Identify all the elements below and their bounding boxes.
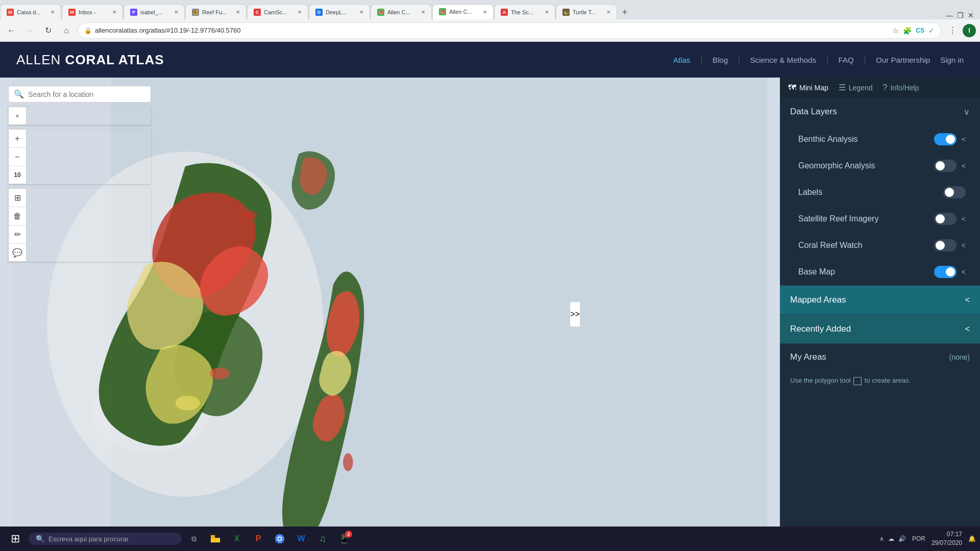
collapse-button[interactable]: «	[8, 107, 27, 125]
extension-check-icon[interactable]: ✓	[928, 27, 935, 35]
recently-added-header[interactable]: Recently Added <	[780, 315, 980, 343]
maximize-button[interactable]: ❐	[957, 11, 964, 19]
zoom-in-button[interactable]: +	[8, 129, 27, 147]
search-input[interactable]	[28, 90, 145, 98]
taskbar-word[interactable]: W	[291, 529, 311, 549]
benthic-label: Benthic Analysis	[798, 135, 934, 144]
geomorphic-expand-icon[interactable]: <	[962, 162, 966, 170]
grid-tool-button[interactable]: ⊞	[8, 188, 27, 207]
zoom-level-display: 10	[8, 166, 27, 184]
tab-turtle[interactable]: 🐢 Turtle T... ✕	[556, 4, 617, 19]
taskbar-search[interactable]: 🔍 Escreva aqui para procurar	[29, 533, 182, 545]
tab-proton[interactable]: P isabel_... ✕	[124, 4, 185, 19]
collapse-tool-group: «	[8, 107, 151, 125]
taskbar-spotify[interactable]: ♫	[312, 529, 333, 549]
tab-allen1[interactable]: 🐙 Allen C... ✕	[371, 4, 432, 19]
tab-deepl[interactable]: D DeepL... ✕	[309, 4, 370, 19]
taskbar-task-view[interactable]: ⧉	[184, 529, 204, 549]
mapped-areas-chevron: <	[965, 295, 970, 305]
profile-avatar[interactable]: I	[963, 24, 976, 37]
menu-button[interactable]: ⋮	[945, 23, 960, 38]
close-icon[interactable]: ✕	[51, 9, 55, 15]
clock[interactable]: 07:17 29/07/2020	[932, 530, 962, 547]
taskbar: ⊞ 🔍 Escreva aqui para procurar ⧉ X P W ♫…	[0, 527, 980, 551]
tab-gmail2[interactable]: M Inbox - ✕	[62, 4, 123, 19]
refresh-button[interactable]: ↻	[41, 23, 55, 38]
benthic-toggle[interactable]	[934, 133, 957, 145]
taskbar-chrome[interactable]	[270, 529, 290, 549]
geomorphic-toggle[interactable]	[934, 160, 957, 172]
mini-map-tab[interactable]: 🗺 Mini Map	[788, 83, 828, 92]
extensions-icon[interactable]: 🧩	[903, 27, 912, 35]
basemap-expand-icon[interactable]: <	[962, 268, 966, 276]
tab-sci[interactable]: A The Sc... ✕	[494, 4, 555, 19]
tab-reeffu[interactable]: 🐠 Reef Fu... ✕	[185, 4, 247, 19]
mapped-areas-header[interactable]: Mapped Areas <	[780, 286, 980, 314]
close-icon[interactable]: ✕	[359, 9, 363, 15]
close-icon[interactable]: ✕	[483, 9, 487, 15]
map-container[interactable]: 🔍 « + − 10 ⊞ 🗑 ✏ 💬	[0, 78, 780, 551]
zoom-out-button[interactable]: −	[8, 147, 27, 166]
network-icon[interactable]: ☁	[888, 535, 894, 542]
mapped-areas-title: Mapped Areas	[790, 295, 965, 305]
extension-cs-icon[interactable]: CS	[916, 27, 924, 34]
legend-tab[interactable]: ☰ Legend	[839, 83, 873, 92]
tab-allen2[interactable]: 🐙 Allen C... ✕	[432, 4, 494, 19]
close-window-button[interactable]: ✕	[968, 11, 974, 19]
bookmark-icon[interactable]: ☆	[892, 27, 899, 35]
minimize-button[interactable]: —	[946, 11, 953, 19]
draw-tool-button[interactable]: ✏	[8, 225, 27, 243]
labels-toggle[interactable]	[943, 186, 966, 198]
info-help-tab[interactable]: ? Info/Help	[883, 83, 919, 92]
tray-arrow[interactable]: ∧	[879, 535, 884, 542]
close-icon[interactable]: ✕	[112, 9, 116, 15]
close-icon[interactable]: ✕	[298, 9, 302, 15]
back-button[interactable]: ←	[4, 23, 18, 38]
benthic-expand-icon[interactable]: <	[962, 135, 966, 143]
new-tab-button[interactable]: +	[618, 5, 632, 19]
nav-atlas[interactable]: Atlas	[673, 56, 690, 64]
svg-point-12	[278, 537, 281, 540]
close-icon[interactable]: ✕	[606, 9, 610, 15]
volume-icon[interactable]: 🔊	[898, 535, 906, 542]
data-layers-header[interactable]: Data Layers ∨	[780, 97, 980, 126]
delete-tool-button[interactable]: 🗑	[8, 207, 27, 225]
satellite-toggle[interactable]	[934, 213, 957, 225]
comment-tool-button[interactable]: 💬	[8, 243, 27, 262]
start-button[interactable]: ⊞	[4, 528, 27, 550]
signin-button[interactable]: Sign in	[940, 56, 964, 64]
taskbar-file-explorer[interactable]	[205, 529, 226, 549]
taskbar-whatsapp[interactable]: 📱 2	[334, 529, 354, 549]
tab-camsc[interactable]: C CamSc... ✕	[247, 4, 308, 19]
close-icon[interactable]: ✕	[236, 9, 240, 15]
close-icon[interactable]: ✕	[545, 9, 549, 15]
home-button[interactable]: ⌂	[59, 23, 74, 38]
tab-gmail1[interactable]: M Caixa d... ✕	[0, 4, 61, 19]
nav-science[interactable]: Science & Methods	[750, 56, 816, 64]
geomorphic-label: Geomorphic Analysis	[798, 161, 934, 170]
logo-light: ALLEN	[16, 52, 65, 67]
nav-blog[interactable]: Blog	[713, 56, 728, 64]
mapped-areas-section: Mapped Areas <	[780, 286, 980, 315]
coralwatch-expand-icon[interactable]: <	[962, 241, 966, 249]
search-bar[interactable]: 🔍	[8, 86, 151, 103]
layer-geomorphic: Geomorphic Analysis <	[780, 153, 980, 179]
taskbar-icons: ⧉ X P W ♫ 📱 2	[184, 529, 354, 549]
basemap-toggle[interactable]	[934, 266, 957, 278]
panel-collapse-handle[interactable]: >>	[570, 302, 580, 327]
taskbar-search-placeholder: Escreva aqui para procurar	[48, 535, 129, 543]
close-icon[interactable]: ✕	[174, 9, 178, 15]
nav-faq[interactable]: FAQ	[839, 56, 854, 64]
labels-label: Labels	[798, 188, 943, 197]
notification-icon[interactable]: 🔔	[968, 535, 976, 542]
close-icon[interactable]: ✕	[421, 9, 425, 15]
taskbar-excel[interactable]: X	[227, 529, 247, 549]
satellite-expand-icon[interactable]: <	[962, 215, 966, 223]
address-bar[interactable]: 🔒 allencoralatlas.org/atlas/#10.19/-12.9…	[78, 22, 941, 39]
coralwatch-toggle[interactable]	[934, 239, 957, 252]
time-display: 07:17	[932, 530, 962, 539]
right-panel: 🗺 Mini Map ☰ Legend ? Info/Help Data Lay…	[780, 78, 980, 551]
taskbar-powerpoint[interactable]: P	[248, 529, 268, 549]
forward-button[interactable]: →	[22, 23, 37, 38]
nav-partnership[interactable]: Our Partnership	[876, 56, 930, 64]
